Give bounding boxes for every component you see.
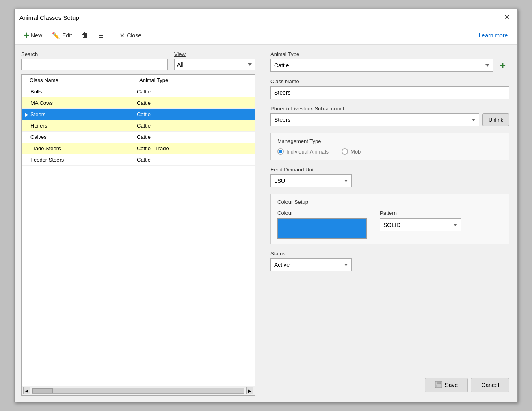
right-panel: Animal Type Cattle Sheep Pigs Poultry + … xyxy=(262,45,517,402)
table-row[interactable]: Heifers Cattle xyxy=(22,120,255,132)
scroll-left-button[interactable]: ◀ xyxy=(23,387,30,394)
colour-setup-title: Colour Setup xyxy=(277,199,502,205)
row-animal-type: Cattle xyxy=(137,134,255,140)
close-button[interactable]: ✕ Close xyxy=(115,30,145,41)
row-class-name: Bulls xyxy=(30,89,137,95)
feed-demand-label: Feed Demand Unit xyxy=(270,167,509,173)
animal-type-group: Animal Type Cattle Sheep Pigs Poultry + xyxy=(270,51,509,72)
svg-rect-1 xyxy=(437,381,441,384)
colour-section: Colour xyxy=(277,210,367,239)
new-button[interactable]: ✚ New xyxy=(19,30,46,41)
individual-animals-radio[interactable]: Individual Animals xyxy=(277,148,329,155)
edit-icon: ✏️ xyxy=(52,32,60,39)
cancel-button[interactable]: Cancel xyxy=(471,378,509,392)
individual-animals-circle xyxy=(277,148,284,155)
row-animal-type: Cattle xyxy=(137,100,255,106)
management-type-box: Management Type Individual Animals Mob xyxy=(270,133,509,160)
content-area: Search View All Active Inactive Class Na… xyxy=(15,45,517,402)
row-arrow: ▶ xyxy=(25,112,30,117)
row-class-name: Calves xyxy=(30,134,137,140)
sub-account-row: Steers Heifers Bulls Calves Unlink xyxy=(270,113,509,126)
add-animal-type-button[interactable]: + xyxy=(496,59,509,72)
view-section: View All Active Inactive xyxy=(174,51,255,70)
table-row[interactable]: Calves Cattle xyxy=(22,132,255,143)
colour-swatch[interactable] xyxy=(277,218,367,239)
row-animal-type: Cattle xyxy=(137,123,255,129)
status-label: Status xyxy=(270,251,509,257)
row-animal-type: Cattle xyxy=(137,157,255,163)
edit-button[interactable]: ✏️ Edit xyxy=(48,30,76,41)
pattern-section: Pattern SOLID HATCHED DOTTED xyxy=(380,210,461,231)
colour-label: Colour xyxy=(277,210,367,216)
svg-rect-2 xyxy=(436,385,441,387)
toolbar-separator xyxy=(112,30,112,41)
table-row[interactable]: Bulls Cattle xyxy=(22,86,255,97)
main-window: Animal Classes Setup ✕ ✚ New ✏️ Edit 🗑 🖨… xyxy=(14,9,518,402)
animal-type-select[interactable]: Cattle Sheep Pigs Poultry xyxy=(270,59,493,72)
new-label: New xyxy=(31,32,42,39)
save-button[interactable]: Save xyxy=(425,378,468,392)
class-name-input[interactable] xyxy=(270,86,509,99)
class-table: Class Name Animal Type Bulls Cattle MA C… xyxy=(21,74,255,396)
mob-radio[interactable]: Mob xyxy=(342,148,361,155)
individual-animals-label: Individual Animals xyxy=(286,149,329,155)
animal-type-row: Cattle Sheep Pigs Poultry + xyxy=(270,59,509,72)
row-class-name: MA Cows xyxy=(30,100,137,106)
row-animal-type: Cattle - Trade xyxy=(137,145,255,151)
class-name-label: Class Name xyxy=(270,78,509,84)
table-row[interactable]: Feeder Steers Cattle xyxy=(22,154,255,166)
new-icon: ✚ xyxy=(24,32,29,39)
row-animal-type: Cattle xyxy=(137,111,255,117)
print-icon: 🖨 xyxy=(98,32,104,39)
window-title: Animal Classes Setup xyxy=(19,14,79,21)
mob-label: Mob xyxy=(350,149,361,155)
toolbar: ✚ New ✏️ Edit 🗑 🖨 ✕ Close Learn more... xyxy=(15,26,517,45)
search-label: Search xyxy=(21,51,168,57)
feed-demand-group: Feed Demand Unit LSU DSE AE xyxy=(270,167,509,187)
learn-more-link[interactable]: Learn more... xyxy=(479,32,513,39)
close-label: Close xyxy=(127,32,141,39)
print-button[interactable]: 🖨 xyxy=(94,30,108,41)
row-class-name: Feeder Steers xyxy=(30,157,137,163)
table-row[interactable]: MA Cows Cattle xyxy=(22,97,255,109)
delete-button[interactable]: 🗑 xyxy=(78,30,92,41)
delete-icon: 🗑 xyxy=(82,32,88,39)
pattern-select[interactable]: SOLID HATCHED DOTTED xyxy=(380,218,461,231)
view-select[interactable]: All Active Inactive xyxy=(174,59,255,70)
cancel-label: Cancel xyxy=(481,382,499,388)
unlink-button[interactable]: Unlink xyxy=(482,113,509,126)
title-bar: Animal Classes Setup ✕ xyxy=(15,9,517,26)
close-icon: ✕ xyxy=(119,32,125,39)
table-row[interactable]: ▶ Steers Cattle xyxy=(22,109,255,120)
edit-label: Edit xyxy=(62,32,72,39)
save-label: Save xyxy=(445,382,458,388)
sub-account-label: Phoenix Livestock Sub-account xyxy=(270,106,509,112)
table-scroll[interactable]: Bulls Cattle MA Cows Cattle ▶ Steers Cat… xyxy=(22,86,255,386)
feed-demand-select[interactable]: LSU DSE AE xyxy=(270,174,352,187)
view-label: View xyxy=(174,51,255,57)
pattern-label: Pattern xyxy=(380,210,461,216)
colour-pattern-row: Colour Pattern SOLID HATCHED DOTTED xyxy=(277,210,502,239)
col-header-class-name: Class Name xyxy=(30,77,139,83)
save-icon xyxy=(435,381,442,389)
scroll-track xyxy=(32,388,244,394)
col-header-animal-type: Animal Type xyxy=(139,77,255,83)
animal-type-label: Animal Type xyxy=(270,51,509,57)
add-icon: + xyxy=(500,60,506,71)
search-input[interactable] xyxy=(21,59,168,70)
radio-group: Individual Animals Mob xyxy=(277,148,502,155)
search-view-row: Search View All Active Inactive xyxy=(21,51,255,70)
scroll-right-button[interactable]: ▶ xyxy=(246,387,253,394)
sub-account-select[interactable]: Steers Heifers Bulls Calves xyxy=(270,113,479,126)
status-select[interactable]: Active Inactive xyxy=(270,258,352,271)
horizontal-scrollbar[interactable]: ◀ ▶ xyxy=(22,386,255,395)
window-close-button[interactable]: ✕ xyxy=(502,12,513,23)
row-animal-type: Cattle xyxy=(137,89,255,95)
class-name-group: Class Name xyxy=(270,78,509,99)
bottom-buttons: Save Cancel xyxy=(270,373,509,396)
row-class-name: Trade Steers xyxy=(30,145,137,151)
management-type-title: Management Type xyxy=(277,138,502,144)
sub-account-group: Phoenix Livestock Sub-account Steers Hei… xyxy=(270,106,509,126)
row-class-name: Heifers xyxy=(30,123,137,129)
table-row[interactable]: Trade Steers Cattle - Trade xyxy=(22,143,255,154)
